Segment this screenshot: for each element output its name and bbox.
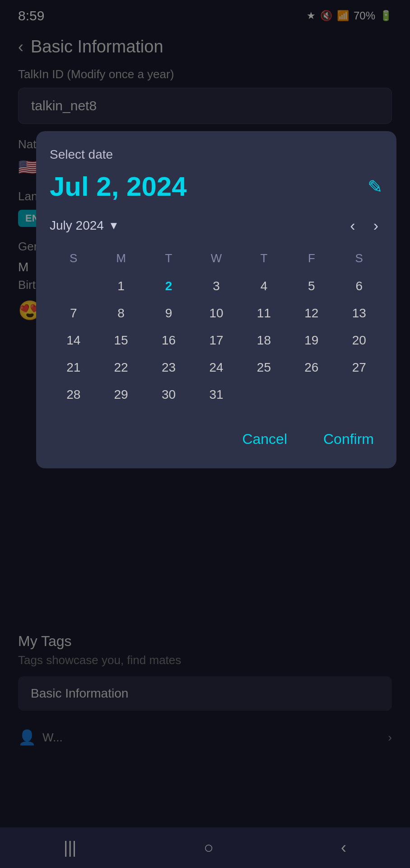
day-11[interactable]: 11 [240, 300, 288, 327]
selected-date-row: Jul 2, 2024 ✎ [50, 171, 383, 202]
day-29[interactable]: 29 [97, 381, 144, 408]
day-empty-3 [288, 381, 335, 408]
day-header-wed: W [192, 247, 240, 273]
day-23[interactable]: 23 [145, 354, 192, 381]
day-26[interactable]: 26 [288, 354, 335, 381]
day-25[interactable]: 25 [240, 354, 288, 381]
day-7[interactable]: 7 [50, 300, 97, 327]
day-1[interactable]: 1 [97, 273, 144, 300]
day-10[interactable]: 10 [192, 300, 240, 327]
day-4[interactable]: 4 [240, 273, 288, 300]
edit-date-icon[interactable]: ✎ [368, 176, 383, 197]
day-2-selected[interactable]: 2 [145, 273, 192, 300]
day-header-tue: T [145, 247, 192, 273]
calendar-grid: S M T W T F S 1 2 3 4 5 6 7 8 9 10 11 12… [50, 247, 383, 408]
day-21[interactable]: 21 [50, 354, 97, 381]
day-19[interactable]: 19 [288, 327, 335, 354]
month-label-row[interactable]: July 2024 ▼ [50, 218, 119, 233]
day-8[interactable]: 8 [97, 300, 144, 327]
nav-recent-icon[interactable]: ||| [64, 838, 76, 857]
day-22[interactable]: 22 [97, 354, 144, 381]
dialog-buttons: Cancel Confirm [50, 422, 383, 452]
day-28[interactable]: 28 [50, 381, 97, 408]
prev-month-button[interactable]: ‹ [345, 215, 359, 236]
selected-date-display: Jul 2, 2024 [50, 171, 187, 202]
day-16[interactable]: 16 [145, 327, 192, 354]
month-dropdown-icon[interactable]: ▼ [108, 219, 119, 232]
day-empty-1 [50, 273, 97, 300]
day-20[interactable]: 20 [335, 327, 383, 354]
nav-back-icon[interactable]: ‹ [341, 838, 346, 857]
day-empty-2 [240, 381, 288, 408]
day-header-sun: S [50, 247, 97, 273]
nav-arrows: ‹ › [345, 215, 383, 236]
day-24[interactable]: 24 [192, 354, 240, 381]
bottom-nav: ||| ○ ‹ [0, 827, 410, 868]
day-9[interactable]: 9 [145, 300, 192, 327]
confirm-button[interactable]: Confirm [314, 426, 383, 452]
day-5[interactable]: 5 [288, 273, 335, 300]
day-14[interactable]: 14 [50, 327, 97, 354]
day-header-thu: T [240, 247, 288, 273]
day-header-sat: S [335, 247, 383, 273]
next-month-button[interactable]: › [369, 215, 383, 236]
day-30[interactable]: 30 [145, 381, 192, 408]
day-header-mon: M [97, 247, 144, 273]
day-13[interactable]: 13 [335, 300, 383, 327]
day-15[interactable]: 15 [97, 327, 144, 354]
day-12[interactable]: 12 [288, 300, 335, 327]
day-3[interactable]: 3 [192, 273, 240, 300]
day-17[interactable]: 17 [192, 327, 240, 354]
date-picker-dialog: Select date Jul 2, 2024 ✎ July 2024 ▼ ‹ … [36, 131, 396, 468]
month-label: July 2024 [50, 218, 104, 233]
day-31[interactable]: 31 [192, 381, 240, 408]
day-18[interactable]: 18 [240, 327, 288, 354]
day-6[interactable]: 6 [335, 273, 383, 300]
dialog-title: Select date [50, 147, 383, 162]
day-27[interactable]: 27 [335, 354, 383, 381]
day-empty-4 [335, 381, 383, 408]
month-nav: July 2024 ▼ ‹ › [50, 215, 383, 236]
day-header-fri: F [288, 247, 335, 273]
nav-home-icon[interactable]: ○ [204, 838, 214, 857]
cancel-button[interactable]: Cancel [233, 426, 296, 452]
